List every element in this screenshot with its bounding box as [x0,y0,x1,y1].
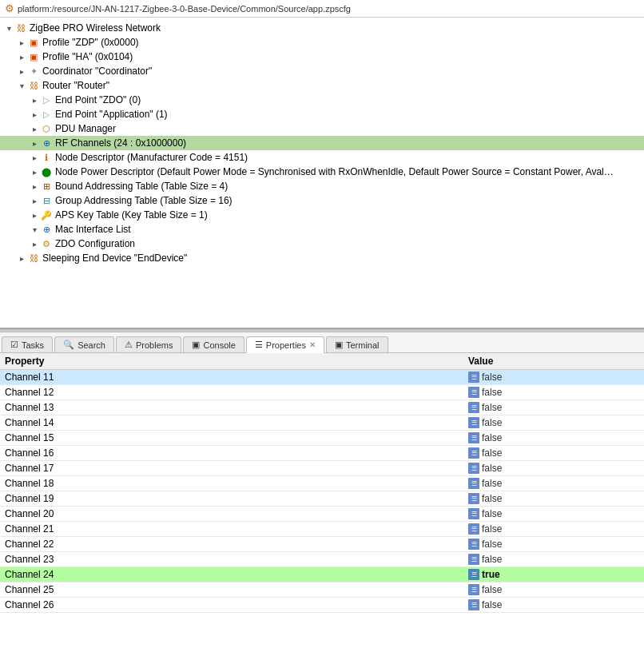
prop-row[interactable]: Channel 20☰false [0,507,644,522]
value-icon-14: ☰ [468,584,479,595]
bound-icon: ⊞ [40,180,53,193]
prop-value-13: ☰true [468,569,639,580]
tree-item-node-power[interactable]: ▸⬤Node Power Descriptor (Default Power M… [0,165,644,179]
expand-btn-bound-addressing[interactable]: ▸ [29,181,40,192]
tab-label-properties: Properties [266,340,306,350]
prop-row[interactable]: Channel 18☰false [0,476,644,491]
tab-search[interactable]: 🔍Search [54,336,114,352]
prop-row[interactable]: Channel 13☰false [0,400,644,415]
tab-console[interactable]: ▣Console [183,336,244,352]
file-icon: ⚙ [5,2,14,14]
expand-btn-mac-interface[interactable]: ▾ [29,224,40,235]
expand-btn-sleep-end[interactable]: ▸ [16,252,27,264]
tree-label-zdo-config: ZDO Configuration [55,238,135,249]
value-icon-0: ☰ [468,372,479,383]
endpoint-icon: ▷ [40,93,53,106]
tree-item-router[interactable]: ▾⛓Router "Router" [0,78,644,93]
tree-item-node-descriptor[interactable]: ▸ℹNode Descriptor (Manufacturer Code = 4… [0,150,644,165]
expand-btn-profile-ha[interactable]: ▸ [16,51,27,62]
prop-row[interactable]: Channel 11☰false [0,370,644,385]
value-icon-1: ☰ [468,387,479,398]
prop-row[interactable]: Channel 19☰false [0,491,644,507]
prop-name-6: Channel 17 [5,463,468,474]
tab-close-properties[interactable]: ✕ [309,340,316,349]
pdu-icon: ⬡ [40,122,53,135]
tab-label-tasks: Tasks [22,340,44,350]
prop-value-3: ☰false [468,417,639,428]
tree-item-group-addressing[interactable]: ▸⊟Group Addressing Table (Table Size = 1… [0,193,644,208]
expand-btn-node-power[interactable]: ▸ [29,166,40,177]
prop-row[interactable]: Channel 22☰false [0,537,644,552]
tree-label-bound-addressing: Bound Addressing Table (Table Size = 4) [55,181,228,192]
tree-item-mac-interface[interactable]: ▾⊕Mac Interface List [0,222,644,237]
tree-item-rf-channels[interactable]: ▸⊕RF Channels (24 : 0x1000000) [0,136,644,150]
tree-item-endpoint-app[interactable]: ▸▷End Point "Application" (1) [0,107,644,121]
expand-btn-node-descriptor[interactable]: ▸ [29,152,40,163]
prop-name-13: Channel 24 [5,569,468,580]
prop-row[interactable]: Channel 21☰false [0,522,644,537]
mac-icon: ⊕ [40,223,53,236]
tree-item-sleep-end[interactable]: ▸⛓Sleeping End Device "EndDevice" [0,251,644,265]
tree-label-zigbee-root: ZigBee PRO Wireless Network [30,22,161,34]
prop-row[interactable]: Channel 25☰false [0,582,644,598]
tree-label-mac-interface: Mac Interface List [55,224,131,235]
value-text-3: false [482,417,502,428]
expand-btn-rf-channels[interactable]: ▸ [29,137,40,149]
expand-btn-zigbee-root[interactable]: ▾ [3,22,14,34]
tree-item-profile-ha[interactable]: ▸▣Profile "HA" (0x0104) [0,50,644,64]
value-icon-5: ☰ [468,447,479,459]
prop-value-6: ☰false [468,463,639,474]
expand-btn-profile-zdp[interactable]: ▸ [16,37,27,48]
tree-item-pdu-manager[interactable]: ▸⬡PDU Manager [0,121,644,136]
title-bar: ⚙ platform:/resource/JN-AN-1217-Zigbee-3… [0,0,644,18]
prop-row[interactable]: Channel 26☰false [0,598,644,613]
prop-row[interactable]: Channel 16☰false [0,446,644,461]
prop-value-7: ☰false [468,478,639,489]
expand-btn-endpoint-zdo[interactable]: ▸ [29,94,40,105]
prop-row[interactable]: Channel 14☰false [0,415,644,431]
expand-btn-endpoint-app[interactable]: ▸ [29,109,40,120]
expand-btn-pdu-manager[interactable]: ▸ [29,123,40,134]
value-text-6: false [482,463,502,474]
prop-value-8: ☰false [468,493,639,504]
value-text-14: false [482,584,502,595]
tab-label-search: Search [78,340,105,350]
tree-item-aps-key[interactable]: ▸🔑APS Key Table (Key Table Size = 1) [0,208,644,222]
tree-item-zigbee-root[interactable]: ▾⛓ZigBee PRO Wireless Network [0,21,644,35]
expand-btn-group-addressing[interactable]: ▸ [29,195,40,206]
tab-properties[interactable]: ☰Properties✕ [246,336,324,353]
prop-row[interactable]: Channel 24☰true [0,567,644,582]
terminal-tab-icon: ▣ [335,340,343,350]
tree-item-bound-addressing[interactable]: ▸⊞Bound Addressing Table (Table Size = 4… [0,179,644,193]
value-icon-11: ☰ [468,539,479,550]
value-icon-8: ☰ [468,493,479,504]
expand-btn-router[interactable]: ▾ [16,80,27,91]
prop-row[interactable]: Channel 23☰false [0,552,644,567]
prop-name-0: Channel 11 [5,372,468,383]
prop-row[interactable]: Channel 17☰false [0,461,644,476]
value-text-2: false [482,402,502,413]
tree-label-pdu-manager: PDU Manager [55,123,116,134]
tab-problems[interactable]: ⚠Problems [116,336,181,352]
tab-tasks[interactable]: ☑Tasks [2,336,53,352]
node-icon: ℹ [40,151,53,164]
prop-value-5: ☰false [468,447,639,459]
tab-label-terminal: Terminal [346,340,380,350]
search-tab-icon: 🔍 [63,340,74,350]
tree-label-profile-zdp: Profile "ZDP" (0x0000) [42,37,139,48]
expand-btn-aps-key[interactable]: ▸ [29,209,40,221]
prop-row[interactable]: Channel 15☰false [0,431,644,446]
expand-btn-zdo-config[interactable]: ▸ [29,238,40,249]
tree-item-zdo-config[interactable]: ▸⚙ZDO Configuration [0,237,644,251]
prop-row[interactable]: Channel 12☰false [0,385,644,400]
tree-item-endpoint-zdo[interactable]: ▸▷End Point "ZDO" (0) [0,93,644,107]
prop-name-9: Channel 20 [5,508,468,519]
tree-item-coordinator[interactable]: ▸✦Coordinator "Coordinator" [0,64,644,78]
tree-item-profile-zdp[interactable]: ▸▣Profile "ZDP" (0x0000) [0,35,644,50]
zdo-icon: ⚙ [40,237,53,250]
header-value: Value [468,356,639,367]
tree-label-node-descriptor: Node Descriptor (Manufacturer Code = 415… [55,152,248,163]
tab-terminal[interactable]: ▣Terminal [326,336,388,352]
properties-tab-icon: ☰ [255,340,263,350]
expand-btn-coordinator[interactable]: ▸ [16,66,27,77]
